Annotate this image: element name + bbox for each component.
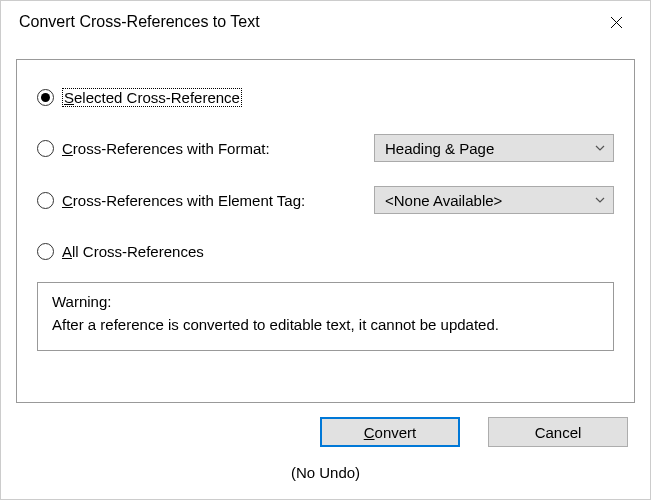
option-with-element-tag[interactable]: Cross-References with Element Tag: (37, 192, 305, 209)
warning-box: Warning: After a reference is converted … (37, 282, 614, 351)
radio-icon (37, 243, 54, 260)
dialog-window: Convert Cross-References to Text Selecte… (0, 0, 651, 500)
radio-icon (37, 140, 54, 157)
option-selected-label: Selected Cross-Reference (62, 88, 242, 107)
element-tag-select-value: <None Available> (385, 192, 502, 209)
warning-text: After a reference is converted to editab… (52, 314, 599, 336)
option-with-format-label: Cross-References with Format: (62, 140, 270, 157)
element-tag-select[interactable]: <None Available> (374, 186, 614, 214)
option-all-crossrefs[interactable]: All Cross-References (37, 238, 614, 264)
button-row: Convert Cancel (320, 417, 628, 447)
option-all-label: All Cross-References (62, 243, 204, 260)
titlebar: Convert Cross-References to Text (1, 1, 650, 43)
radio-icon (37, 89, 54, 106)
no-undo-label: (No Undo) (1, 464, 650, 481)
close-icon (610, 16, 623, 29)
chevron-down-icon (595, 145, 605, 151)
cancel-button[interactable]: Cancel (488, 417, 628, 447)
dialog-title: Convert Cross-References to Text (19, 13, 260, 31)
radio-icon (37, 192, 54, 209)
option-with-format[interactable]: Cross-References with Format: (37, 140, 270, 157)
chevron-down-icon (595, 197, 605, 203)
convert-button[interactable]: Convert (320, 417, 460, 447)
warning-label: Warning: (52, 293, 599, 310)
option-selected-crossref[interactable]: Selected Cross-Reference (37, 84, 614, 110)
option-with-format-row: Cross-References with Format: Heading & … (37, 134, 614, 162)
format-select[interactable]: Heading & Page (374, 134, 614, 162)
option-with-element-tag-label: Cross-References with Element Tag: (62, 192, 305, 209)
close-button[interactable] (596, 7, 636, 37)
format-select-value: Heading & Page (385, 140, 494, 157)
convert-button-label: Convert (364, 424, 417, 441)
cancel-button-label: Cancel (535, 424, 582, 441)
content-frame: Selected Cross-Reference Cross-Reference… (16, 59, 635, 403)
option-with-element-tag-row: Cross-References with Element Tag: <None… (37, 186, 614, 214)
